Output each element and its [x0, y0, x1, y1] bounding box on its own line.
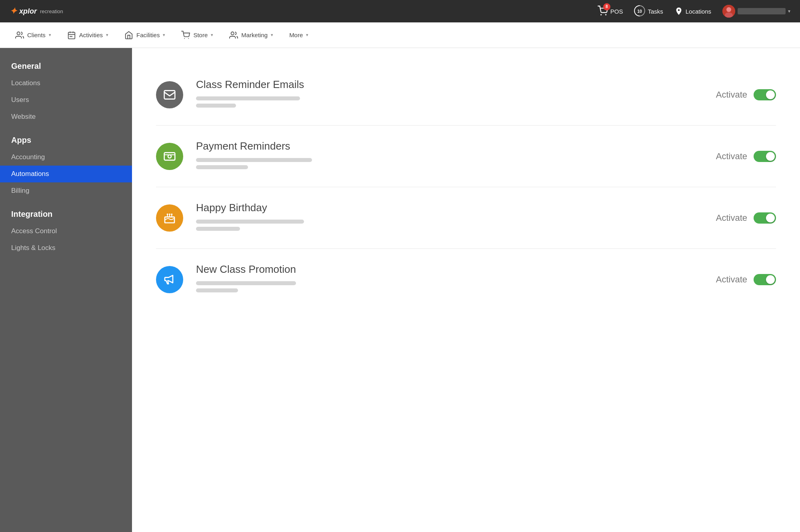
sidebar-section-general: General — [0, 59, 132, 75]
svg-point-8 — [17, 32, 20, 34]
new-class-promotion-activate-label: Activate — [716, 274, 747, 285]
pos-nav-item[interactable]: 8 POS — [598, 6, 623, 17]
tasks-label: Tasks — [648, 8, 663, 15]
payment-reminders-toggle[interactable] — [754, 151, 776, 162]
more-tab-label: More — [289, 32, 303, 38]
store-chevron: ▾ — [211, 32, 213, 38]
automation-item-class-reminder: Class Reminder Emails Activate — [156, 64, 776, 126]
new-class-promotion-toggle-track — [754, 274, 776, 285]
logo-icon: ✦ — [10, 6, 17, 16]
payment-reminders-desc-line-1 — [196, 158, 312, 162]
svg-point-16 — [188, 38, 189, 39]
happy-birthday-icon-circle — [156, 204, 183, 232]
sidebar-item-website[interactable]: Website — [0, 108, 132, 125]
tasks-nav-item[interactable]: 10 Tasks — [634, 5, 663, 18]
svg-point-15 — [184, 38, 185, 39]
new-class-promotion-desc-line-2 — [196, 288, 238, 292]
birthday-cake-icon — [163, 212, 176, 224]
svg-point-6 — [726, 7, 731, 12]
marketing-icon — [229, 31, 238, 40]
new-class-promotion-toggle-thumb — [766, 275, 775, 284]
location-pin-icon — [674, 7, 683, 16]
happy-birthday-title: Happy Birthday — [196, 202, 703, 214]
happy-birthday-toggle-thumb — [766, 214, 775, 222]
automation-item-new-class-promotion: New Class Promotion Activate — [156, 249, 776, 310]
class-reminder-toggle-track — [754, 89, 776, 100]
logo-subtext: recreation — [40, 8, 63, 14]
marketing-tab-label: Marketing — [241, 32, 268, 38]
class-reminder-toggle-thumb — [766, 90, 775, 99]
svg-rect-19 — [164, 152, 175, 160]
sidebar-section-integration: Integration — [0, 207, 132, 223]
tab-activities[interactable]: Activities ▾ — [60, 27, 116, 44]
happy-birthday-activate-label: Activate — [716, 213, 747, 223]
new-class-promotion-icon-circle — [156, 266, 183, 293]
pos-badge: 8 — [603, 3, 610, 10]
locations-label: Locations — [686, 8, 711, 15]
sidebar: General Locations Users Website Apps Acc… — [0, 48, 132, 532]
tab-facilities[interactable]: Facilities ▾ — [117, 27, 172, 44]
svg-rect-22 — [165, 217, 174, 223]
clients-icon — [15, 31, 24, 40]
svg-point-28 — [171, 213, 172, 215]
new-class-promotion-title: New Class Promotion — [196, 263, 703, 276]
sidebar-item-users[interactable]: Users — [0, 92, 132, 108]
sidebar-item-locations[interactable]: Locations — [0, 75, 132, 92]
class-reminder-desc-line-2 — [196, 104, 236, 108]
sidebar-item-access-control[interactable]: Access Control — [0, 223, 132, 240]
class-reminder-toggle[interactable] — [754, 89, 776, 100]
happy-birthday-desc-line-1 — [196, 220, 304, 224]
tasks-icon: 10 — [634, 5, 645, 16]
logo-text: xplor — [19, 7, 37, 16]
svg-rect-14 — [71, 36, 72, 37]
payment-icon — [163, 150, 176, 163]
happy-birthday-desc-line-2 — [196, 227, 240, 231]
megaphone-icon — [163, 273, 176, 286]
email-icon — [163, 88, 176, 101]
happy-birthday-toggle[interactable] — [754, 212, 776, 224]
payment-reminders-info: Payment Reminders — [196, 140, 703, 172]
payment-reminders-title: Payment Reminders — [196, 140, 703, 152]
locations-nav-item[interactable]: Locations — [674, 7, 711, 16]
user-profile-nav[interactable]: ▾ — [722, 5, 790, 18]
more-chevron: ▾ — [306, 32, 308, 38]
sidebar-section-apps: Apps — [0, 133, 132, 149]
tab-more[interactable]: More ▾ — [282, 28, 316, 42]
activities-tab-label: Activities — [79, 32, 103, 38]
payment-reminders-toggle-track — [754, 151, 776, 162]
sidebar-item-automations[interactable]: Automations — [0, 166, 132, 182]
tab-clients[interactable]: Clients ▾ — [8, 27, 58, 44]
sidebar-item-accounting[interactable]: Accounting — [0, 149, 132, 166]
happy-birthday-toggle-track — [754, 212, 776, 224]
logo-area[interactable]: ✦ xplor recreation — [10, 6, 63, 16]
class-reminder-desc-line-1 — [196, 96, 300, 100]
happy-birthday-controls: Activate — [716, 212, 776, 224]
payment-reminders-toggle-thumb — [766, 152, 775, 161]
new-class-promotion-desc-line-1 — [196, 281, 296, 285]
top-navigation: ✦ xplor recreation 8 POS 10 — [0, 0, 800, 22]
svg-rect-9 — [68, 32, 75, 39]
tab-marketing[interactable]: Marketing ▾ — [222, 27, 280, 44]
tab-store[interactable]: Store ▾ — [174, 27, 220, 44]
class-reminder-info: Class Reminder Emails — [196, 78, 703, 111]
svg-rect-18 — [164, 90, 175, 99]
payment-reminders-activate-label: Activate — [716, 151, 747, 162]
svg-text:10: 10 — [638, 8, 642, 13]
new-class-promotion-toggle[interactable] — [754, 274, 776, 285]
sidebar-item-lights-locks[interactable]: Lights & Locks — [0, 240, 132, 256]
class-reminder-title: Class Reminder Emails — [196, 78, 703, 91]
svg-point-1 — [605, 14, 606, 15]
store-tab-label: Store — [193, 32, 208, 38]
store-icon — [181, 31, 190, 40]
new-class-promotion-controls: Activate — [716, 274, 776, 285]
facilities-icon — [124, 31, 133, 40]
payment-reminders-desc-line-2 — [196, 165, 248, 169]
avatar-image — [722, 5, 735, 18]
svg-point-17 — [231, 32, 234, 34]
content-area: Class Reminder Emails Activate — [132, 48, 800, 532]
class-reminder-icon-circle — [156, 81, 183, 108]
chevron-down-icon: ▾ — [788, 8, 790, 14]
clients-tab-label: Clients — [27, 32, 46, 38]
facilities-tab-label: Facilities — [136, 32, 160, 38]
sidebar-item-billing[interactable]: Billing — [0, 182, 132, 199]
